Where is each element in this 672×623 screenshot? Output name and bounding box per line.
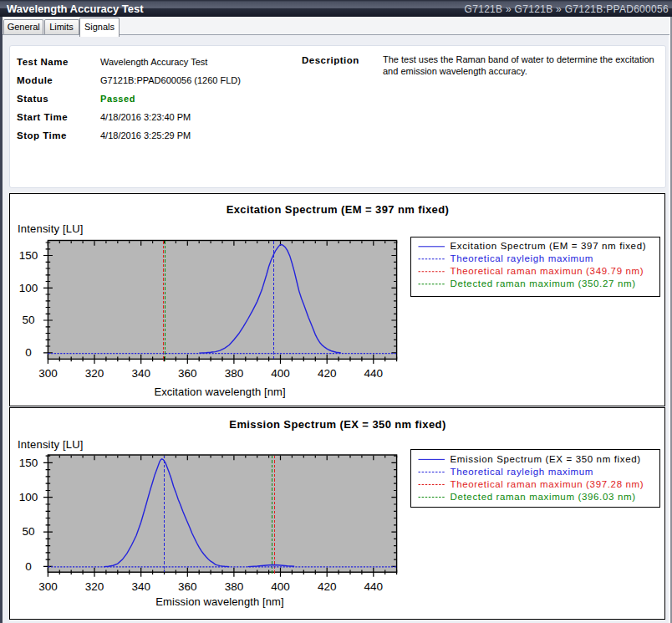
svg-text:50: 50: [22, 525, 34, 538]
svg-text:50: 50: [22, 314, 34, 326]
svg-text:100: 100: [19, 491, 38, 503]
svg-text:100: 100: [19, 282, 38, 294]
svg-text:360: 360: [178, 367, 197, 380]
svg-text:400: 400: [271, 580, 290, 593]
svg-text:360: 360: [178, 580, 197, 593]
svg-text:0: 0: [25, 560, 32, 573]
svg-text:400: 400: [271, 367, 290, 380]
svg-text:380: 380: [225, 367, 244, 380]
svg-text:440: 440: [364, 580, 384, 593]
svg-text:300: 300: [38, 367, 58, 380]
svg-text:340: 340: [131, 580, 150, 593]
svg-text:340: 340: [131, 367, 150, 380]
svg-text:380: 380: [225, 580, 244, 593]
svg-text:420: 420: [318, 367, 337, 380]
svg-text:300: 300: [38, 580, 58, 593]
svg-text:320: 320: [85, 580, 104, 593]
svg-text:150: 150: [19, 249, 38, 262]
svg-text:0: 0: [25, 346, 32, 359]
svg-text:420: 420: [318, 580, 337, 593]
svg-text:320: 320: [85, 367, 104, 380]
svg-text:150: 150: [19, 457, 38, 469]
svg-text:440: 440: [364, 367, 384, 380]
